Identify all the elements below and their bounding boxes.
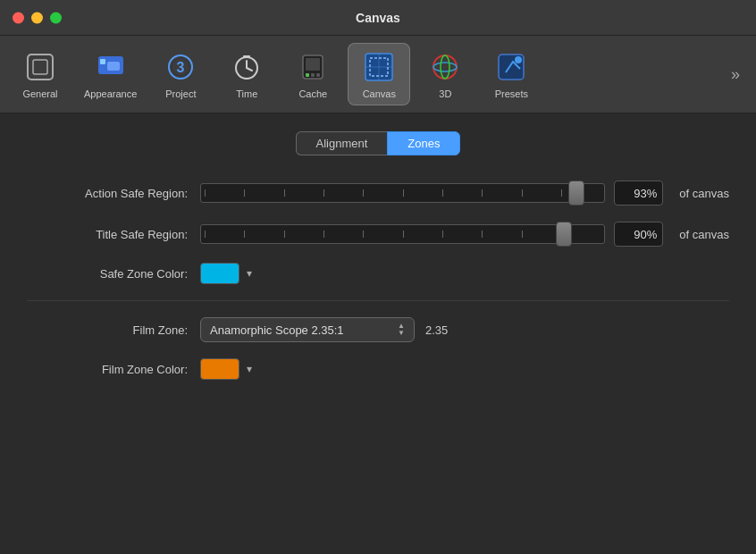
svg-rect-11 [243,55,250,58]
toolbar-item-cache[interactable]: Cache [281,44,344,105]
toolbar-item-3d[interactable]: 3D [414,44,476,105]
project-icon: 3 [163,49,198,85]
title-safe-slider[interactable] [200,224,605,244]
action-safe-ticks [205,184,601,202]
svg-line-10 [247,68,252,71]
tick [522,189,561,197]
tick [403,231,442,238]
tick [284,231,323,238]
tick [363,231,402,238]
window-controls [13,12,62,23]
toolbar-item-presets[interactable]: Presets [480,44,542,105]
film-zone-row: Film Zone: Anamorphic Scope 2.35:1 ▲▼ 2.… [27,317,729,342]
tick [205,231,244,238]
film-zone-ratio: 2.35 [425,323,448,337]
appearance-icon [93,49,129,85]
tick [244,231,283,238]
safe-zone-color-control: ▾ [200,263,252,284]
film-zone-color-row: Film Zone Color: ▾ [27,358,729,380]
tab-zones[interactable]: Zones [387,131,460,155]
svg-text:3: 3 [177,60,185,75]
tick [403,189,442,197]
action-safe-slider-container: 93% of canvas [200,180,729,206]
film-zone-color-control: ▾ [200,358,252,380]
tick [284,189,323,197]
svg-point-21 [433,55,457,79]
film-zone-select-value: Anamorphic Scope 2.35:1 [210,323,344,337]
toolbar-label-time: Time [236,88,257,99]
film-zone-label: Film Zone: [27,323,188,337]
safe-zone-color-dropdown-arrow[interactable]: ▾ [247,267,252,280]
svg-point-23 [441,55,449,79]
minimize-button[interactable] [31,12,43,23]
tab-alignment[interactable]: Alignment [296,131,388,155]
toolbar-label-presets: Presets [495,88,528,99]
film-zone-arrows: ▲▼ [398,323,405,337]
toolbar-label-canvas: Canvas [363,88,396,99]
toolbar-item-canvas[interactable]: Canvas [348,43,410,105]
action-safe-slider[interactable] [200,183,605,203]
film-zone-color-swatch[interactable] [200,358,239,380]
title-safe-thumb[interactable] [556,222,572,247]
toolbar-item-appearance[interactable]: Appearance [75,44,146,105]
more-button[interactable]: » [724,62,747,88]
toolbar-item-general[interactable]: General [9,44,71,105]
svg-rect-3 [107,62,120,71]
tick [205,189,244,197]
action-safe-of-canvas: of canvas [679,187,729,200]
svg-rect-15 [311,73,315,77]
svg-rect-13 [306,58,320,71]
toolbar: General Appearance 3 Project [0,36,756,113]
svg-rect-4 [100,59,105,64]
film-zone-select[interactable]: Anamorphic Scope 2.35:1 ▲▼ [200,317,415,342]
svg-rect-16 [316,73,320,77]
title-safe-of-canvas: of canvas [679,228,729,241]
title-bar: Canvas [0,0,756,36]
action-safe-value[interactable]: 93% [614,180,663,206]
3d-icon [427,49,463,85]
divider [27,300,729,301]
title-safe-row: Title Safe Region: 90% of canvas [27,222,729,247]
safe-zone-color-row: Safe Zone Color: ▾ [27,263,729,284]
presets-icon [493,49,529,85]
general-icon [22,49,58,85]
tick [482,189,521,197]
tick [244,189,283,197]
tick [323,231,363,238]
title-safe-value[interactable]: 90% [614,222,663,247]
toolbar-label-appearance: Appearance [84,88,137,99]
svg-rect-0 [28,55,53,80]
svg-point-25 [515,56,522,63]
svg-point-22 [433,63,457,71]
svg-rect-1 [33,60,47,74]
toolbar-label-cache: Cache [298,88,327,99]
tick [442,231,482,238]
tick [363,189,402,197]
svg-rect-14 [306,73,309,77]
tab-bar: Alignment Zones [27,131,729,155]
action-safe-label: Action Safe Region: [27,187,188,200]
canvas-icon [361,49,397,85]
title-safe-slider-container: 90% of canvas [200,222,729,247]
title-safe-ticks [205,225,601,243]
film-zone-color-dropdown-arrow[interactable]: ▾ [247,363,252,375]
toolbar-item-time[interactable]: Time [215,44,278,105]
film-zone-color-label: Film Zone Color: [27,363,188,376]
close-button[interactable] [13,12,24,23]
toolbar-label-general: General [22,88,57,99]
window-title: Canvas [356,11,400,25]
maximize-button[interactable] [50,12,62,23]
safe-zone-color-label: Safe Zone Color: [27,267,188,281]
action-safe-row: Action Safe Region: 93% of canva [27,180,729,206]
title-safe-label: Title Safe Region: [27,228,188,241]
tick [323,189,363,197]
toolbar-item-project[interactable]: 3 Project [149,44,212,105]
tick [482,231,521,238]
time-icon [229,49,265,85]
cache-icon [295,49,331,85]
action-safe-thumb[interactable] [568,180,584,206]
toolbar-label-3d: 3D [439,88,451,99]
toolbar-label-project: Project [165,88,196,99]
content-area: Alignment Zones Action Safe Region: [0,113,756,414]
safe-zone-color-swatch[interactable] [200,263,239,284]
